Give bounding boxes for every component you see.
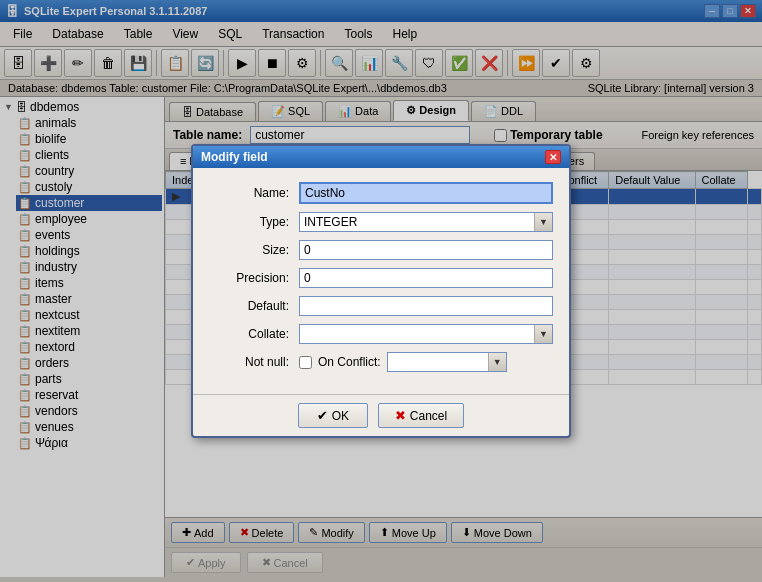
- collate-select-arrow: ▼: [534, 325, 552, 343]
- modify-field-modal: Modify field ✕ Name: Type: INTEGER TEXT …: [191, 144, 571, 438]
- name-row: Name:: [209, 182, 553, 204]
- on-conflict-arrow: ▼: [488, 353, 506, 371]
- modal-body: Name: Type: INTEGER TEXT BLOB REAL NUMER…: [193, 168, 569, 394]
- precision-field-label: Precision:: [209, 271, 299, 285]
- name-field-input[interactable]: [299, 182, 553, 204]
- collate-select[interactable]: BINARY NOCASE RTRIM: [300, 325, 552, 343]
- modal-footer: ✔ OK ✖ Cancel: [193, 394, 569, 436]
- collate-field-label: Collate:: [209, 327, 299, 341]
- precision-row: Precision:: [209, 268, 553, 288]
- precision-field-input[interactable]: [299, 268, 553, 288]
- size-row: Size:: [209, 240, 553, 260]
- size-field-input[interactable]: [299, 240, 553, 260]
- type-select-wrapper: INTEGER TEXT BLOB REAL NUMERIC VARCHAR F…: [299, 212, 553, 232]
- notnull-checkbox[interactable]: [299, 356, 312, 369]
- modal-close-button[interactable]: ✕: [545, 150, 561, 164]
- default-row: Default:: [209, 296, 553, 316]
- ok-label: OK: [332, 409, 349, 423]
- collate-select-wrapper: BINARY NOCASE RTRIM ▼: [299, 324, 553, 344]
- type-row: Type: INTEGER TEXT BLOB REAL NUMERIC VAR…: [209, 212, 553, 232]
- type-select-arrow: ▼: [534, 213, 552, 231]
- modal-cancel-icon: ✖: [395, 408, 406, 423]
- modal-ok-button[interactable]: ✔ OK: [298, 403, 368, 428]
- modal-cancel-label: Cancel: [410, 409, 447, 423]
- modal-title: Modify field: [201, 150, 268, 164]
- name-field-label: Name:: [209, 186, 299, 200]
- on-conflict-select-wrapper: ROLLBACK ABORT FAIL IGNORE REPLACE ▼: [387, 352, 507, 372]
- default-field-label: Default:: [209, 299, 299, 313]
- modal-overlay: Modify field ✕ Name: Type: INTEGER TEXT …: [0, 0, 762, 577]
- on-conflict-label: On Conflict:: [318, 355, 381, 369]
- notnull-field-label: Not null:: [209, 355, 299, 369]
- ok-icon: ✔: [317, 408, 328, 423]
- type-select[interactable]: INTEGER TEXT BLOB REAL NUMERIC VARCHAR F…: [300, 213, 552, 231]
- modal-cancel-button[interactable]: ✖ Cancel: [378, 403, 464, 428]
- size-field-label: Size:: [209, 243, 299, 257]
- type-field-label: Type:: [209, 215, 299, 229]
- collate-row: Collate: BINARY NOCASE RTRIM ▼: [209, 324, 553, 344]
- modal-titlebar: Modify field ✕: [193, 146, 569, 168]
- default-field-input[interactable]: [299, 296, 553, 316]
- notnull-checkbox-container: On Conflict: ROLLBACK ABORT FAIL IGNORE …: [299, 352, 507, 372]
- notnull-row: Not null: On Conflict: ROLLBACK ABORT FA…: [209, 352, 553, 372]
